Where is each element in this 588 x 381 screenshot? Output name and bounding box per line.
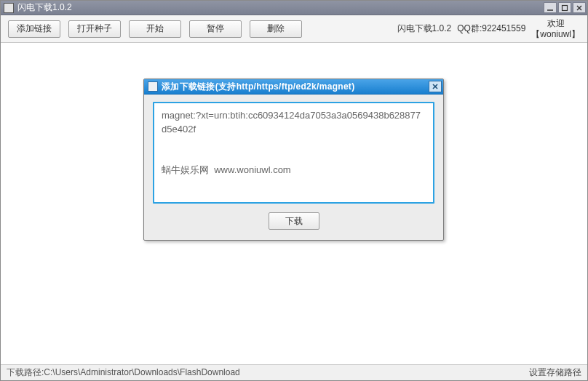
close-icon	[432, 83, 439, 90]
toolbar: 添加链接 打开种子 开始 暂停 删除 闪电下载1.0.2 QQ群:9224515…	[1, 15, 587, 43]
welcome-line2: 【woniuwl】	[531, 29, 580, 39]
toolbar-info: 闪电下载1.0.2 QQ群:922451559 欢迎 【woniuwl】	[397, 18, 580, 39]
dialog-title: 添加下载链接(支持http/https/ftp/ed2k/magnet)	[162, 81, 429, 93]
pause-button[interactable]: 暂停	[189, 20, 242, 38]
window-title: 闪电下载1.0.2	[17, 1, 544, 14]
svg-rect-1	[563, 5, 568, 10]
dialog-close-button[interactable]	[429, 81, 442, 92]
minimize-button[interactable]	[544, 2, 557, 13]
dialog-titlebar[interactable]: 添加下载链接(支持http/https/ftp/ed2k/magnet)	[144, 79, 443, 95]
welcome-line1: 欢迎	[531, 18, 580, 28]
open-seed-button[interactable]: 打开种子	[68, 20, 121, 38]
start-button[interactable]: 开始	[129, 20, 181, 38]
statusbar: 下载路径:C:\Users\Administrator\Downloads\Fl…	[1, 364, 587, 380]
toolbar-buttons: 添加链接 打开种子 开始 暂停 删除	[8, 20, 302, 38]
download-path: 下载路径:C:\Users\Administrator\Downloads\Fl…	[7, 366, 529, 379]
delete-button[interactable]: 删除	[250, 20, 302, 38]
path-value: C:\Users\Administrator\Downloads\FlashDo…	[44, 367, 239, 377]
close-button[interactable]	[573, 2, 586, 13]
add-link-button[interactable]: 添加链接	[8, 20, 60, 38]
qq-group-label: QQ群:922451559	[457, 23, 525, 35]
minimize-icon	[547, 4, 554, 12]
version-label: 闪电下载1.0.2	[397, 23, 452, 35]
path-label: 下载路径:	[7, 367, 44, 377]
close-icon	[576, 4, 583, 12]
window-controls	[544, 2, 586, 13]
main-area: 添加下载链接(支持http/https/ftp/ed2k/magnet) 下载	[1, 43, 587, 364]
welcome-label: 欢迎 【woniuwl】	[531, 18, 580, 39]
dialog-body: 下载	[144, 95, 443, 240]
set-storage-path[interactable]: 设置存储路径	[529, 366, 581, 379]
maximize-button[interactable]	[558, 2, 571, 13]
app-icon	[4, 3, 14, 13]
titlebar: 闪电下载1.0.2	[1, 1, 587, 15]
dialog-actions: 下载	[153, 212, 434, 230]
add-link-dialog: 添加下载链接(支持http/https/ftp/ed2k/magnet) 下载	[143, 79, 444, 241]
maximize-icon	[561, 4, 568, 12]
download-button[interactable]: 下载	[269, 212, 319, 230]
app-window: 闪电下载1.0.2 添加链接 打开种子 开始 暂停 删除 闪电下载1.0.2 Q…	[0, 0, 588, 381]
link-textarea[interactable]	[153, 102, 434, 204]
dialog-icon	[148, 81, 158, 92]
